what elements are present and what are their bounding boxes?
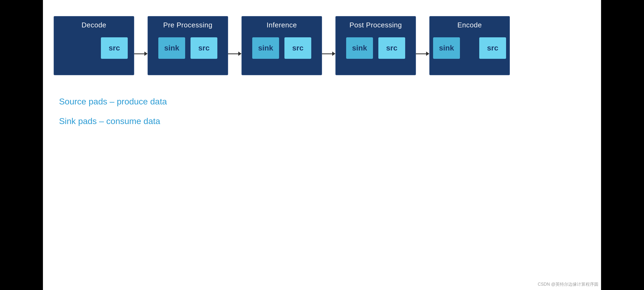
module-pre-processing: Pre Processing sink src [148,16,228,75]
description-section: Source pads – produce data Sink pads – c… [43,75,601,126]
decode-src-pad: src [101,37,128,59]
module-inference-title: Inference [267,21,297,29]
decode-pads: src [57,37,130,59]
post-processing-src-pad: src [378,37,405,59]
arrow-2 [228,52,241,56]
description-line-2: Sink pads – consume data [59,116,601,126]
module-decode-title: Decode [82,21,107,29]
arrow-3 [322,52,335,56]
module-decode: Decode src [54,16,134,75]
module-encode: Encode sink src [429,16,510,75]
module-pre-processing-title: Pre Processing [163,21,212,29]
arrow-line-1 [134,52,148,56]
arrow-line-2 [228,52,241,56]
pre-processing-src-pad: src [191,37,217,59]
watermark: CSDN @英特尔边缘计算程序圆 [538,282,598,287]
arrow-line-4 [416,52,429,56]
arrow-line-3 [322,52,335,56]
arrow-4 [416,52,429,56]
module-encode-title: Encode [457,21,482,29]
main-content: Decode src Pre Processing sink src Infer… [43,0,601,290]
post-processing-sink-pad: sink [346,37,373,59]
description-line-1: Source pads – produce data [59,97,601,107]
module-inference: Inference sink src [241,16,322,75]
pipeline-diagram: Decode src Pre Processing sink src Infer… [43,0,601,75]
post-processing-pads: sink src [339,37,412,59]
module-post-processing-title: Post Processing [349,21,402,29]
inference-src-pad: src [284,37,311,59]
encode-src-pad: src [479,37,506,59]
inference-pads: sink src [245,37,318,59]
inference-sink-pad: sink [252,37,279,59]
encode-pads: sink src [433,37,506,59]
pre-processing-pads: sink src [151,37,224,59]
encode-sink-pad: sink [433,37,460,59]
module-post-processing: Post Processing sink src [335,16,416,75]
pre-processing-sink-pad: sink [158,37,185,59]
arrow-1 [134,52,148,56]
